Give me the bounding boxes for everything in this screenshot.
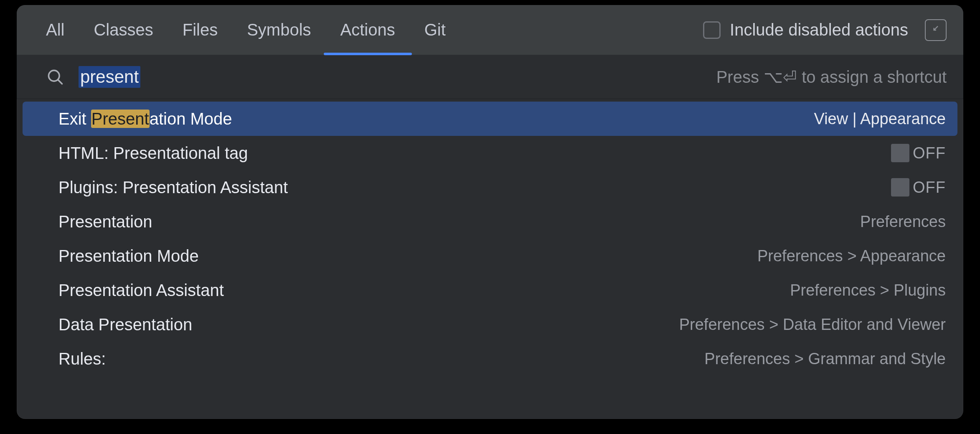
popup-header: All Classes Files Symbols Actions Git In…	[17, 5, 963, 55]
toggle-handle-icon	[891, 144, 909, 162]
search-input[interactable]: present	[79, 66, 140, 88]
tab-files[interactable]: Files	[183, 5, 218, 55]
results-list: Exit Presentation Mode View | Appearance…	[17, 99, 963, 376]
svg-line-1	[58, 80, 62, 84]
result-label: Plugins: Presentation Assistant	[58, 178, 288, 197]
toggle-handle-icon	[891, 178, 909, 197]
result-location: Preferences	[860, 213, 946, 231]
search-icon	[46, 68, 64, 86]
toggle-state: OFF	[913, 144, 946, 162]
search-tabs: All Classes Files Symbols Actions Git	[46, 5, 446, 55]
result-location: Preferences > Grammar and Style	[704, 350, 946, 368]
search-query: present	[79, 66, 140, 88]
tab-actions[interactable]: Actions	[340, 5, 395, 55]
result-row[interactable]: Data Presentation Preferences > Data Edi…	[17, 307, 963, 342]
include-disabled-label: Include disabled actions	[730, 20, 908, 39]
result-row[interactable]: HTML: Presentational tag OFF	[17, 136, 963, 170]
tab-classes[interactable]: Classes	[94, 5, 153, 55]
result-label: Rules:	[58, 350, 106, 368]
toggle-state: OFF	[913, 179, 946, 197]
result-row[interactable]: Rules: Preferences > Grammar and Style	[17, 342, 963, 376]
result-toggle[interactable]: OFF	[891, 178, 946, 197]
result-location: Preferences > Data Editor and Viewer	[679, 316, 946, 334]
result-location: Preferences > Plugins	[790, 281, 946, 299]
tab-all[interactable]: All	[46, 5, 64, 55]
result-label: Data Presentation	[58, 315, 192, 334]
result-label: HTML: Presentational tag	[58, 144, 248, 163]
result-location: Preferences > Appearance	[757, 247, 946, 265]
result-row[interactable]: Presentation Assistant Preferences > Plu…	[17, 273, 963, 307]
include-disabled-checkbox[interactable]	[703, 21, 721, 39]
tab-git[interactable]: Git	[424, 5, 446, 55]
result-label: Presentation Assistant	[58, 281, 224, 300]
search-hint: Press ⌥⏎ to assign a shortcut	[716, 67, 947, 87]
collapse-icon[interactable]	[925, 19, 947, 41]
result-row[interactable]: Exit Presentation Mode View | Appearance	[23, 102, 957, 136]
result-label: Exit Presentation Mode	[58, 110, 232, 128]
search-everywhere-popup: All Classes Files Symbols Actions Git In…	[17, 5, 963, 419]
result-label: Presentation	[58, 212, 152, 231]
result-toggle[interactable]: OFF	[891, 144, 946, 162]
result-row[interactable]: Plugins: Presentation Assistant OFF	[17, 170, 963, 204]
search-row: present Press ⌥⏎ to assign a shortcut	[17, 55, 963, 99]
result-label: Presentation Mode	[58, 247, 199, 266]
result-row[interactable]: Presentation Mode Preferences > Appearan…	[17, 239, 963, 273]
include-disabled-wrap[interactable]: Include disabled actions	[703, 20, 908, 39]
result-location: View | Appearance	[814, 110, 946, 128]
tab-symbols[interactable]: Symbols	[247, 5, 311, 55]
result-row[interactable]: Presentation Preferences	[17, 204, 963, 239]
